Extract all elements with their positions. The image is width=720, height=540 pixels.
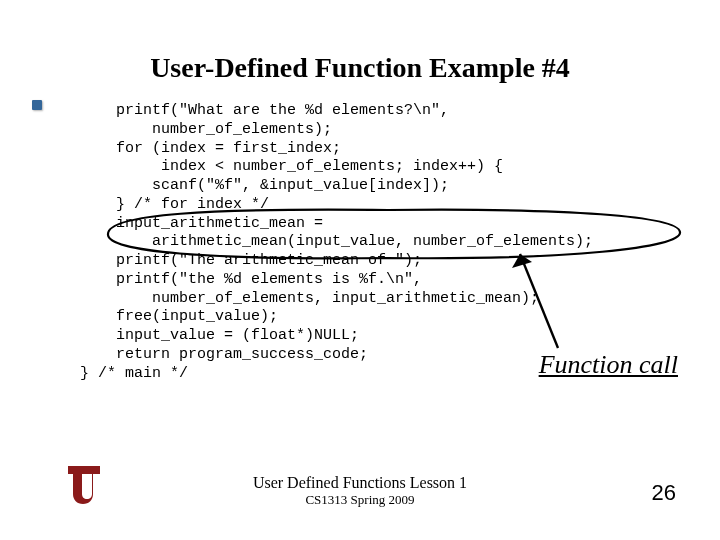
footer: User Defined Functions Lesson 1 CS1313 S…	[0, 474, 720, 508]
slide-title: User-Defined Function Example #4	[0, 52, 720, 84]
footer-lesson: User Defined Functions Lesson 1	[0, 474, 720, 492]
slide-bullet	[32, 100, 42, 110]
page-number: 26	[652, 480, 676, 506]
footer-course: CS1313 Spring 2009	[0, 492, 720, 508]
code-block: printf("What are the %d elements?\n", nu…	[80, 102, 720, 383]
callout-label: Function call	[539, 350, 678, 380]
